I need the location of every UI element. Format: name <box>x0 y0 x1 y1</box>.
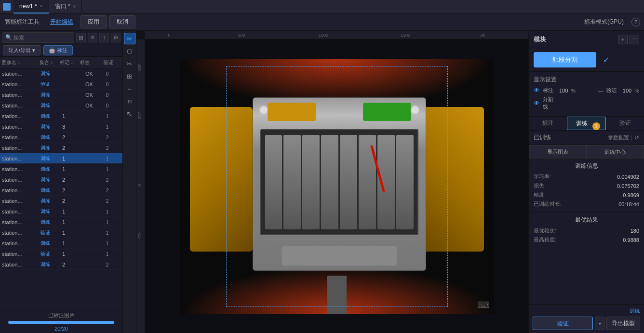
verify-dash: — <box>598 88 604 93</box>
trained-section: 已训练 参数配置 | ↺ <box>529 131 644 145</box>
learning-rate-row: 学习率: 0.004902 <box>534 173 639 180</box>
tool-select[interactable]: ⊡ <box>124 95 135 107</box>
table-row[interactable]: station... 训练 2 2 <box>0 259 122 270</box>
search-input[interactable] <box>13 35 71 40</box>
row-name: station... <box>0 240 39 246</box>
row-verify: 2 <box>99 134 116 140</box>
loss-label: 损失: <box>534 182 546 189</box>
best-results-title: 最优结果 <box>534 216 639 224</box>
row-name: station... <box>0 145 39 151</box>
table-row[interactable]: station... 训练 OK 0 <box>0 90 122 100</box>
table-row[interactable]: station... 训练 2 2 <box>0 174 122 185</box>
train-label-row: 训练 <box>533 307 640 315</box>
train-center-btn[interactable]: 训练中心 <box>586 145 644 159</box>
params-config-link[interactable]: 参数配置 <box>608 134 629 141</box>
help-button[interactable]: ? <box>631 18 640 27</box>
apply-btn[interactable]: 应用 <box>80 15 107 28</box>
search-box[interactable]: 🔍 <box>2 32 74 43</box>
ruler-v-mark3: 0 <box>137 184 142 186</box>
row-set: 训练 <box>39 92 60 98</box>
best-accuracy-val: 0.9888 <box>623 237 639 243</box>
edit-btn[interactable]: 开始编辑 <box>44 16 79 28</box>
filter-icon[interactable]: ⊞ <box>76 33 86 42</box>
tab-close-new1[interactable]: × <box>40 3 43 9</box>
verify-button[interactable]: 验证 <box>533 317 593 330</box>
row-set: 训练 <box>39 166 60 173</box>
col-label: 标记 ↕ <box>59 59 76 66</box>
table-row[interactable]: station... 验证 1 1 <box>0 227 122 238</box>
table-row[interactable]: station... 训练 2 2 <box>0 185 122 196</box>
tool-grid[interactable]: ⊞ <box>124 70 135 82</box>
tab-new1[interactable]: new1 * × <box>13 0 49 13</box>
verify-dropdown[interactable]: ▾ <box>595 317 604 330</box>
row-set: 训练 <box>39 187 60 194</box>
table-row[interactable]: station... 训练 2 2 <box>0 132 122 143</box>
row-set: 训练 <box>39 176 60 183</box>
app-logo <box>3 3 11 11</box>
canvas-main[interactable]: ⌨ <box>145 40 528 333</box>
tool-polygon[interactable]: ⬡ <box>124 45 135 57</box>
table-row[interactable]: station... 训练 3 1 <box>0 121 122 132</box>
row-name: station... <box>0 71 39 77</box>
table-row[interactable]: station... 训练 1 1 <box>0 164 122 174</box>
row-verify: 0 <box>99 103 116 108</box>
table-row[interactable]: station... 训练 1 1 <box>0 111 122 121</box>
table-row[interactable]: station... 训练 2 2 <box>0 143 122 153</box>
best-epoch-label: 最优轮次: <box>534 227 556 234</box>
trained-duration-val: 00:18:44 <box>618 201 639 207</box>
row-name: station... <box>0 177 39 183</box>
table-row[interactable]: station... 训练 OK 0 <box>0 100 122 111</box>
table-row[interactable]: station... 训练 1 1 <box>0 206 122 217</box>
confirm-button[interactable]: ✓ <box>599 53 613 67</box>
segment-button[interactable]: 触段分割 <box>534 52 596 67</box>
tool-cut[interactable]: ✂ <box>124 58 135 69</box>
tool-cursor[interactable]: ↖ <box>124 108 135 120</box>
history-icon[interactable]: ↺ <box>634 134 639 141</box>
col-verify: 验证 <box>94 59 122 66</box>
table-row[interactable]: station... 训练 1 1 <box>0 217 122 227</box>
sort-icon[interactable]: ≡ <box>88 33 97 42</box>
row-set: 训练 <box>39 240 60 247</box>
row-name: station... <box>0 92 39 98</box>
auto-label-btn[interactable]: 🤖 标注 <box>43 45 73 55</box>
table-row[interactable]: station... 训练 2 2 <box>0 196 122 206</box>
cancel-btn[interactable]: 取消 <box>109 15 135 28</box>
row-verify: 0 <box>99 81 116 87</box>
tab-label-item[interactable]: 标注 <box>529 117 567 130</box>
table-row[interactable]: station... 验证 OK 0 <box>0 79 122 90</box>
tab-train-item[interactable]: 训练 1 <box>567 117 606 130</box>
canvas-image <box>180 59 494 314</box>
split-eye-icon[interactable]: 👁 <box>534 100 540 107</box>
trained-buttons: 显示图表 训练中心 <box>529 145 644 159</box>
tab-verify-item[interactable]: 验证 <box>606 117 644 130</box>
import-export-btn[interactable]: 导入/导出 ▾ <box>3 45 40 55</box>
settings-icon[interactable]: ⚙ <box>111 33 121 42</box>
tab-close-window[interactable]: × <box>73 4 76 9</box>
table-row[interactable]: station... 验证 1 1 <box>0 249 122 259</box>
row-name: station... <box>0 187 39 193</box>
table-row[interactable]: station... 训练 1 1 <box>0 238 122 249</box>
verify-label-text: 验证 <box>606 87 620 94</box>
tool-pen[interactable]: ✏ <box>124 33 135 44</box>
tab-label: new1 * <box>19 3 37 10</box>
row-name: station... <box>0 166 39 172</box>
label-row: 👁 标注 100 % — 验证 100 % <box>534 87 639 94</box>
tab-window[interactable]: 窗口 * × <box>49 0 82 13</box>
row-verify: 2 <box>99 198 116 204</box>
add-module-btn[interactable]: + <box>618 35 628 44</box>
module-settings-btn[interactable]: ⋯ <box>630 35 639 44</box>
label-pct-val: 100 <box>559 88 568 93</box>
show-chart-btn[interactable]: 显示图表 <box>529 145 586 159</box>
label-text: 标注 <box>543 87 556 94</box>
best-epoch-row: 最优轮次: 180 <box>534 227 639 234</box>
ruler-v-mark4: -15 <box>137 232 142 239</box>
table-row[interactable]: station... 训练 OK 0 <box>0 68 122 79</box>
row-label: 1 <box>60 113 80 119</box>
row-verify: 1 <box>99 240 116 246</box>
table-row[interactable]: station... 训练 1 1 <box>0 153 122 164</box>
tool-move[interactable]: ↔ <box>124 83 135 94</box>
label-eye-icon[interactable]: 👁 <box>534 87 540 94</box>
import-icon[interactable]: ↑ <box>99 33 109 42</box>
export-btn[interactable]: 导出模型 <box>606 317 640 330</box>
trained-label: 已训练 <box>534 133 551 142</box>
